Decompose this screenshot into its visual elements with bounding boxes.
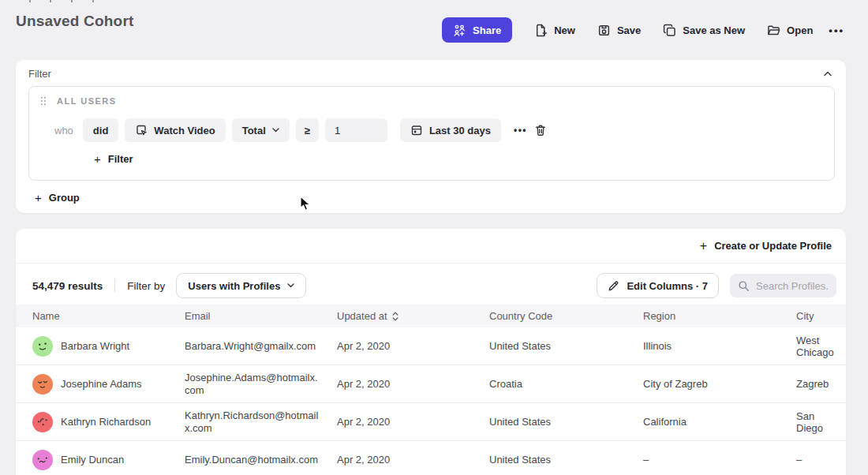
filter-panel: Filter ALL USERS who did (16, 60, 846, 213)
profile-name: Emily Duncan (61, 454, 124, 466)
chevron-down-icon (272, 128, 279, 133)
country-cell: Croatia (489, 378, 643, 390)
open-button-label: Open (787, 24, 813, 36)
date-range-label: Last 30 days (429, 125, 491, 137)
email-value: Barbara.Wright@gmailx.com (185, 340, 316, 353)
toolbar: Share New Save (442, 17, 844, 43)
search-profiles-input[interactable] (756, 280, 829, 292)
email-cell: Barbara.Wright@gmailx.com (185, 340, 337, 353)
table-row[interactable]: Josephine Adams Josephine.Adams@hotmailx… (16, 365, 846, 403)
plus-icon: + (94, 152, 101, 166)
create-or-update-profile-button[interactable]: + Create or Update Profile (700, 239, 832, 253)
group-header: ALL USERS (40, 96, 117, 106)
email-value: Emily.Duncan@hotmailx.com (185, 454, 318, 466)
profile-name-cell: Josephine Adams (32, 374, 185, 395)
save-icon (597, 24, 611, 37)
email-cell: Josephine.Adams@hotmailx.com (185, 372, 337, 397)
open-button[interactable]: Open (767, 24, 813, 37)
country-cell: United States (489, 416, 643, 428)
new-button[interactable]: New (534, 24, 575, 37)
updated-at-cell: Apr 2, 2020 (337, 378, 489, 390)
search-profiles-box (730, 274, 836, 297)
operator-selector[interactable]: ≥ (296, 118, 319, 142)
updated-at-cell: Apr 2, 2020 (337, 416, 489, 428)
chevron-up-icon (824, 71, 832, 77)
chevron-down-icon (287, 283, 294, 288)
aggregation-label: Total (242, 125, 266, 137)
region-cell: Illinois (643, 340, 796, 352)
drag-handle-icon[interactable] (40, 96, 47, 106)
avatar (32, 336, 53, 357)
add-group-button[interactable]: + Group (35, 191, 80, 204)
event-label: Watch Video (154, 125, 215, 137)
region-cell: – (643, 454, 796, 466)
group-name-label: ALL USERS (57, 96, 117, 106)
updated-at-cell: Apr 2, 2020 (337, 340, 489, 352)
table-controls-row: 54,479 results Filter by Users with Prof… (32, 273, 836, 298)
column-header-updated-at[interactable]: Updated at (337, 310, 489, 322)
profile-name-cell: Barbara Wright (32, 336, 185, 357)
avatar (32, 374, 53, 395)
plus-icon: + (35, 191, 42, 204)
folder-icon (767, 24, 780, 37)
region-cell: City of Zagreb (643, 378, 796, 390)
crop-mark (71, 0, 73, 2)
table-row[interactable]: Kathryn Richardson Kathryn.Richardson@ho… (16, 403, 846, 441)
vertical-divider (114, 279, 115, 293)
event-cursor-icon (135, 124, 148, 137)
updated-at-cell: Apr 2, 2020 (337, 454, 489, 466)
save-button[interactable]: Save (597, 24, 641, 37)
toolbar-overflow-button[interactable]: ••• (829, 24, 844, 36)
add-filter-label: Filter (108, 153, 133, 165)
results-count: 54,479 results (32, 280, 103, 292)
page-title: Unsaved Cohort (16, 13, 134, 30)
city-cell: – (796, 454, 846, 466)
cohort-group-box: ALL USERS who did Watch Video (28, 86, 835, 181)
column-header-email: Email (185, 310, 337, 322)
profile-name-cell: Emily Duncan (32, 450, 185, 470)
column-header-country-code: Country Code (489, 310, 643, 322)
date-range-selector[interactable]: Last 30 days (400, 118, 501, 142)
email-value: Josephine.Adams@hotmailx.com (185, 372, 320, 397)
avatar (32, 450, 53, 470)
profile-name: Josephine Adams (61, 378, 142, 390)
crop-mark (92, 0, 94, 2)
collapse-filter-button[interactable] (821, 68, 835, 80)
did-selector[interactable]: did (83, 118, 119, 142)
table-row[interactable]: Emily Duncan Emily.Duncan@hotmailx.com A… (16, 441, 846, 475)
filter-by-label: Filter by (127, 280, 165, 292)
table-body: Barbara Wright Barbara.Wright@gmailx.com… (16, 327, 846, 475)
share-button[interactable]: Share (442, 17, 512, 43)
column-header-name: Name (32, 310, 185, 322)
country-cell: United States (489, 340, 643, 352)
add-filter-button[interactable]: + Filter (94, 152, 133, 166)
share-button-label: Share (473, 24, 501, 36)
crop-mark (50, 0, 51, 2)
aggregation-selector[interactable]: Total (232, 118, 290, 142)
search-icon (738, 280, 750, 292)
edit-columns-button[interactable]: Edit Columns · 7 (597, 273, 719, 298)
profile-filter-value: Users with Profiles (188, 280, 280, 292)
clause-overflow-button[interactable]: ••• (514, 125, 527, 136)
add-group-label: Group (49, 192, 80, 204)
table-row[interactable]: Barbara Wright Barbara.Wright@gmailx.com… (16, 327, 846, 365)
threshold-input[interactable] (325, 118, 387, 142)
city-cell: West Chicago (796, 335, 846, 358)
event-selector[interactable]: Watch Video (125, 118, 225, 142)
city-cell: San Diego (796, 410, 846, 434)
new-button-label: New (554, 24, 575, 36)
delete-clause-button[interactable] (532, 122, 549, 139)
calendar-icon (410, 124, 423, 137)
sort-icon (392, 312, 398, 321)
save-as-new-button[interactable]: Save as New (663, 24, 745, 37)
trash-icon (534, 124, 547, 137)
profile-name: Kathryn Richardson (61, 416, 151, 428)
document-plus-icon (534, 24, 548, 37)
edit-columns-label: Edit Columns · 7 (627, 280, 708, 292)
column-header-city: City (796, 310, 846, 322)
pencil-icon (608, 280, 619, 292)
avatar (32, 412, 53, 432)
copy-icon (663, 24, 676, 37)
profile-filter-dropdown[interactable]: Users with Profiles (176, 273, 306, 298)
table-header: Name Email Updated at Country Code Regio… (16, 305, 846, 327)
